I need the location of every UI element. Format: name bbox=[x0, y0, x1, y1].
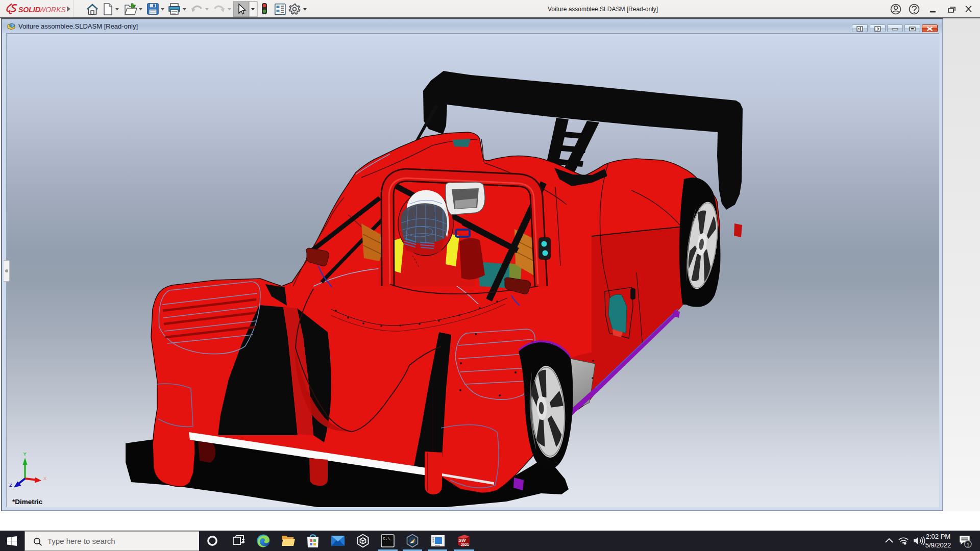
svg-text:C:\_: C:\_ bbox=[383, 536, 393, 541]
svg-text:X: X bbox=[43, 475, 47, 481]
svg-text:WORKS: WORKS bbox=[39, 6, 66, 14]
svg-text:Y: Y bbox=[23, 451, 27, 457]
svg-text:SOLID: SOLID bbox=[18, 6, 40, 14]
svg-text:Z: Z bbox=[9, 482, 12, 488]
svg-text:2021: 2021 bbox=[461, 543, 469, 546]
svg-text:SW: SW bbox=[458, 538, 467, 543]
svg-text:1: 1 bbox=[967, 542, 969, 547]
